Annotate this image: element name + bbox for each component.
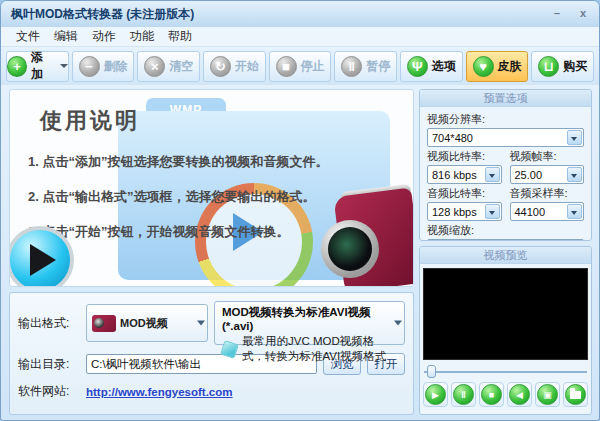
audio-bitrate-value: 128 kbps bbox=[432, 206, 477, 218]
format-profile-title: MOD视频转换为标准AVI视频(*.avi) bbox=[222, 305, 388, 332]
stop-icon: ■ bbox=[481, 384, 502, 405]
add-button[interactable]: + 添加 bbox=[6, 51, 69, 82]
frame-rate-select[interactable]: 25.00 bbox=[510, 165, 585, 184]
output-dir-label: 输出目录: bbox=[18, 356, 86, 373]
folder-icon bbox=[565, 384, 586, 405]
add-button-label: 添加 bbox=[31, 49, 54, 83]
chevron-down-icon bbox=[60, 64, 68, 68]
skin-button-label: 皮肤 bbox=[498, 58, 522, 75]
menu-function[interactable]: 功能 bbox=[123, 28, 161, 45]
usage-heading: 使用说明 bbox=[40, 106, 413, 136]
window-title: 枫叶MOD格式转换器 (未注册版本) bbox=[11, 6, 547, 23]
video-preview-title: 视频预览 bbox=[420, 247, 591, 264]
chevron-down-icon bbox=[197, 321, 205, 326]
titlebar: 枫叶MOD格式转换器 (未注册版本) – x bbox=[1, 1, 599, 27]
video-bitrate-select[interactable]: 816 kbps bbox=[427, 165, 502, 184]
minus-icon: − bbox=[79, 56, 100, 77]
website-label: 软件网站: bbox=[18, 383, 86, 400]
preview-controls: ▶ ‖ ■ ◀ ▣ bbox=[420, 380, 591, 411]
chevron-down-icon bbox=[394, 321, 402, 326]
preview-screen bbox=[423, 268, 588, 360]
seek-slider[interactable] bbox=[424, 364, 587, 378]
frame-rate-value: 25.00 bbox=[515, 169, 543, 181]
video-scale-label: 视频缩放: bbox=[427, 223, 584, 238]
camcorder-image bbox=[321, 188, 414, 287]
menu-file[interactable]: 文件 bbox=[9, 28, 47, 45]
format-profile-desc: 最常用的JVC MOD视频格式，转换为标准AVI视频格式 bbox=[242, 334, 388, 364]
cart-icon: ⊔ bbox=[538, 56, 559, 77]
output-format-value: MOD视频 bbox=[120, 316, 168, 331]
preview-open-folder-button[interactable] bbox=[563, 382, 588, 407]
audio-bitrate-label: 音频比特率: bbox=[427, 186, 502, 201]
pause-button: ‖ 暂停 bbox=[334, 51, 397, 82]
buy-button[interactable]: ⊔ 购买 bbox=[531, 51, 594, 82]
video-scale-select[interactable]: 保持原视频模式 bbox=[427, 239, 584, 241]
pause-icon: ‖ bbox=[453, 384, 474, 405]
instructions-panel: WMP 使用说明 1. 点击“添加”按钮选择您要转换的视频和音频文件。 2. 点… bbox=[9, 89, 414, 287]
chevron-down-icon bbox=[567, 130, 582, 145]
video-bitrate-value: 816 kbps bbox=[432, 169, 477, 181]
format-profile-select[interactable]: MOD视频转换为标准AVI视频(*.avi) 最常用的JVC MOD视频格式，转… bbox=[214, 301, 405, 345]
menu-edit[interactable]: 编辑 bbox=[47, 28, 85, 45]
app-window: 枫叶MOD格式转换器 (未注册版本) – x 文件 编辑 动作 功能 帮助 + … bbox=[0, 0, 600, 421]
preview-mute-button[interactable]: ◀ bbox=[507, 382, 532, 407]
speaker-icon: ◀ bbox=[509, 384, 530, 405]
chevron-down-icon bbox=[567, 204, 582, 219]
website-link[interactable]: http://www.fengyesoft.com bbox=[86, 386, 233, 398]
resolution-value: 704*480 bbox=[432, 132, 473, 144]
output-format-select[interactable]: MOD视频 bbox=[86, 304, 208, 342]
sample-rate-value: 44100 bbox=[515, 206, 546, 218]
preset-options-title: 预置选项 bbox=[420, 90, 591, 107]
minimize-button[interactable]: – bbox=[547, 7, 567, 22]
slider-track bbox=[424, 371, 587, 373]
frame-rate-label: 视频帧率: bbox=[510, 149, 585, 164]
camera-icon: ▣ bbox=[537, 384, 558, 405]
menu-action[interactable]: 动作 bbox=[85, 28, 123, 45]
clear-button: × 清空 bbox=[137, 51, 200, 82]
buy-button-label: 购买 bbox=[563, 58, 587, 75]
plus-icon: + bbox=[7, 56, 27, 77]
delete-button: − 删除 bbox=[72, 51, 135, 82]
sample-rate-select[interactable]: 44100 bbox=[510, 202, 585, 221]
refresh-icon: ↻ bbox=[210, 56, 231, 77]
start-button: ↻ 开始 bbox=[203, 51, 266, 82]
delete-button-label: 删除 bbox=[104, 58, 128, 75]
chevron-down-icon bbox=[485, 204, 500, 219]
format-gem-icon bbox=[220, 340, 239, 359]
pause-icon: ‖ bbox=[341, 56, 362, 77]
preview-snapshot-button[interactable]: ▣ bbox=[535, 382, 560, 407]
slider-thumb[interactable] bbox=[427, 365, 436, 378]
preset-options-group: 预置选项 视频分辨率: 704*480 视频比特率: 816 kbps bbox=[419, 89, 592, 241]
stop-button-label: 停止 bbox=[301, 58, 325, 75]
pause-button-label: 暂停 bbox=[366, 58, 390, 75]
video-preview-group: 视频预览 ▶ ‖ ■ ◀ bbox=[419, 246, 592, 415]
tools-icon: Ψ bbox=[407, 56, 428, 77]
sample-rate-label: 音频采样率: bbox=[510, 186, 585, 201]
resolution-select[interactable]: 704*480 bbox=[427, 128, 584, 147]
chevron-down-icon bbox=[567, 167, 582, 182]
resolution-label: 视频分辨率: bbox=[427, 112, 584, 127]
apple-icon: ♥ bbox=[473, 56, 494, 77]
preview-stop-button[interactable]: ■ bbox=[479, 382, 504, 407]
usage-step-1: 1. 点击“添加”按钮选择您要转换的视频和音频文件。 bbox=[28, 144, 413, 179]
preview-play-button[interactable]: ▶ bbox=[423, 382, 448, 407]
preview-pause-button[interactable]: ‖ bbox=[451, 382, 476, 407]
stop-icon: ■ bbox=[276, 56, 297, 77]
options-button-label: 选项 bbox=[432, 58, 456, 75]
output-format-label: 输出格式: bbox=[18, 315, 86, 332]
options-button[interactable]: Ψ 选项 bbox=[400, 51, 463, 82]
close-button[interactable]: x bbox=[573, 7, 593, 22]
start-button-label: 开始 bbox=[235, 58, 259, 75]
camcorder-icon bbox=[92, 315, 116, 332]
menu-bar: 文件 编辑 动作 功能 帮助 bbox=[1, 27, 599, 47]
chevron-down-icon bbox=[485, 167, 500, 182]
stop-button: ■ 停止 bbox=[269, 51, 332, 82]
toolbar: + 添加 − 删除 × 清空 ↻ 开始 ■ 停止 ‖ 暂停 Ψ 选项 ♥ bbox=[1, 47, 599, 85]
output-settings-panel: 输出格式: MOD视频 MOD视频转换为标准AVI视频(*.avi) 最常用的J… bbox=[9, 292, 414, 415]
menu-help[interactable]: 帮助 bbox=[161, 28, 199, 45]
clear-button-label: 清空 bbox=[169, 58, 193, 75]
skin-button[interactable]: ♥ 皮肤 bbox=[466, 51, 529, 82]
audio-bitrate-select[interactable]: 128 kbps bbox=[427, 202, 502, 221]
play-icon: ▶ bbox=[425, 384, 446, 405]
cross-icon: × bbox=[144, 56, 165, 77]
